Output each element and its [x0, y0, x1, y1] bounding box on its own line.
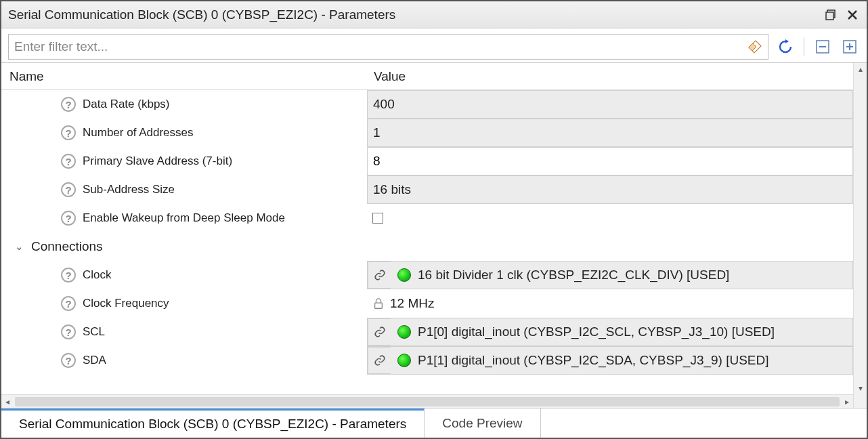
status-dot-icon: [397, 325, 411, 339]
scroll-up-icon[interactable]: ▴: [856, 64, 865, 74]
param-value-cell[interactable]: 16 bits: [367, 175, 853, 204]
status-dot-icon: [397, 354, 411, 367]
param-label: Clock Frequency: [83, 297, 169, 310]
connection-row: ?SCL P1[0] digital_inout (CYBSP_I2C_SCL,…: [1, 318, 853, 346]
param-value: P1[1] digital_inout (CYBSP_I2C_SDA, CYBS…: [418, 353, 769, 368]
help-icon[interactable]: ?: [61, 296, 76, 311]
scroll-track[interactable]: [15, 397, 840, 406]
param-value-cell: 12 MHz: [367, 289, 853, 318]
restore-button[interactable]: [823, 7, 838, 22]
param-value-input[interactable]: [373, 150, 847, 173]
connection-row: ?Clock 16 bit Divider 1 clk (CYBSP_EZI2C…: [1, 261, 853, 289]
group-label: Connections: [31, 239, 103, 254]
expand-all-button[interactable]: [840, 37, 860, 57]
help-icon[interactable]: ?: [61, 211, 76, 226]
chevron-down-icon: ⌄: [15, 241, 26, 253]
param-label: SCL: [83, 325, 105, 339]
scroll-down-icon[interactable]: ▾: [856, 383, 865, 393]
link-button[interactable]: [368, 262, 391, 289]
param-value: 12 MHz: [390, 296, 434, 311]
help-icon[interactable]: ?: [61, 353, 76, 368]
close-button[interactable]: [845, 7, 860, 22]
svg-rect-7: [375, 303, 383, 308]
header-name: Name: [1, 69, 367, 84]
param-row: ?Number of Addresses 1: [1, 119, 853, 147]
svg-rect-1: [826, 12, 833, 20]
vertical-scrollbar[interactable]: ▴ ▾: [853, 63, 867, 408]
param-value: 1: [373, 125, 381, 140]
param-row: ?Primary Slave Address (7-bit): [1, 147, 853, 175]
param-label: Number of Addresses: [83, 126, 193, 140]
tab-code-preview[interactable]: Code Preview: [425, 409, 540, 438]
help-icon[interactable]: ?: [61, 125, 76, 140]
param-label: Data Rate (kbps): [83, 98, 170, 111]
help-icon[interactable]: ?: [61, 154, 76, 169]
filter-wrap: [8, 34, 768, 60]
param-label: Enable Wakeup from Deep Sleep Mode: [83, 211, 285, 225]
param-value-cell[interactable]: 16 bit Divider 1 clk (CYBSP_EZI2C_CLK_DI…: [367, 261, 853, 289]
param-label: Clock: [83, 268, 112, 282]
group-row[interactable]: ⌄Connections: [1, 232, 853, 261]
clear-filter-icon[interactable]: [745, 37, 764, 56]
scroll-left-icon[interactable]: ◂: [1, 397, 14, 406]
param-value-cell[interactable]: 1: [367, 119, 853, 147]
help-icon[interactable]: ?: [61, 268, 76, 283]
param-value: 400: [373, 97, 395, 112]
table-header: Name Value: [1, 63, 853, 90]
toolbar: [1, 28, 867, 62]
link-button[interactable]: [368, 318, 391, 346]
param-value-cell: [367, 204, 853, 232]
scroll-right-icon[interactable]: ▸: [841, 397, 853, 406]
toolbar-separator: [804, 37, 804, 56]
param-label: Sub-Address Size: [83, 183, 175, 196]
link-button[interactable]: [368, 347, 391, 374]
param-row: ?Sub-Address Size 16 bits: [1, 175, 853, 204]
header-value: Value: [367, 69, 853, 84]
tab-parameters[interactable]: Serial Communication Block (SCB) 0 (CYBS…: [1, 409, 425, 438]
refresh-button[interactable]: [775, 37, 796, 57]
collapse-all-button[interactable]: [812, 37, 833, 57]
help-icon[interactable]: ?: [61, 97, 76, 112]
param-row: ?Enable Wakeup from Deep Sleep Mode: [1, 204, 853, 232]
checkbox[interactable]: [372, 213, 383, 224]
status-dot-icon: [397, 268, 411, 282]
param-row: ?Data Rate (kbps) 400: [1, 90, 853, 119]
horizontal-scrollbar[interactable]: ◂ ▸: [1, 394, 853, 408]
tab-bar: Serial Communication Block (SCB) 0 (CYBS…: [1, 408, 867, 438]
filter-input[interactable]: [8, 34, 768, 60]
param-value-cell[interactable]: P1[1] digital_inout (CYBSP_I2C_SDA, CYBS…: [367, 346, 853, 375]
help-icon[interactable]: ?: [61, 182, 76, 197]
parameters-table: Name Value ?Data Rate (kbps) 400 ?Number…: [1, 62, 867, 408]
window-title: Serial Communication Block (SCB) 0 (CYBS…: [8, 7, 817, 22]
connection-row: ?Clock Frequency 12 MHz: [1, 289, 853, 318]
param-value: P1[0] digital_inout (CYBSP_I2C_SCL, CYBS…: [418, 325, 775, 339]
param-value-cell[interactable]: 400: [367, 90, 853, 119]
param-label: Primary Slave Address (7-bit): [83, 154, 232, 168]
titlebar: Serial Communication Block (SCB) 0 (CYBS…: [1, 1, 867, 28]
param-value: 16 bit Divider 1 clk (CYBSP_EZI2C_CLK_DI…: [418, 268, 729, 283]
connection-row: ?SDA P1[1] digital_inout (CYBSP_I2C_SDA,…: [1, 346, 853, 375]
lock-icon: [372, 297, 385, 310]
param-value: 16 bits: [373, 182, 411, 197]
param-value-cell[interactable]: P1[0] digital_inout (CYBSP_I2C_SCL, CYBS…: [367, 318, 853, 346]
param-value-cell[interactable]: [367, 147, 853, 175]
help-icon[interactable]: ?: [61, 325, 76, 339]
param-label: SDA: [83, 354, 106, 367]
